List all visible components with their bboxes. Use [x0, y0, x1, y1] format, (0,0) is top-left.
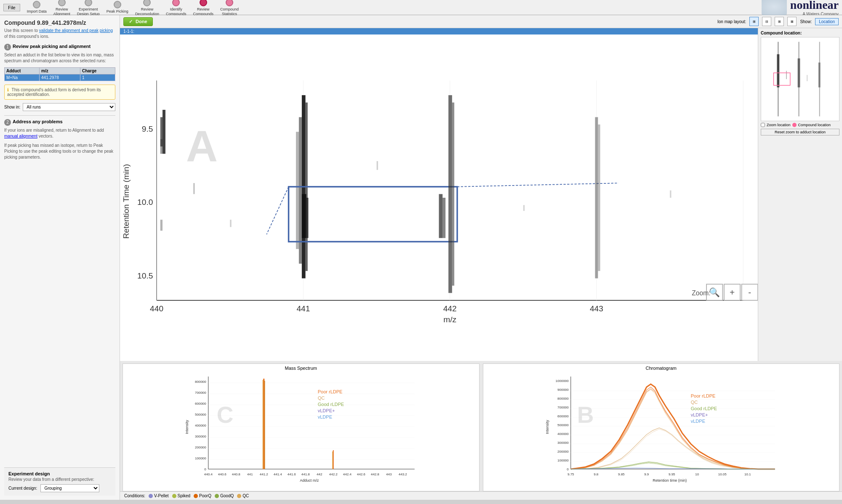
svg-rect-29 — [442, 198, 445, 238]
step-review-deconv[interactable]: ReviewDeconvolution — [135, 0, 159, 16]
design-select[interactable]: Grouping — [40, 484, 99, 492]
svg-text:+: + — [730, 287, 735, 297]
svg-rect-19 — [160, 139, 163, 154]
svg-text:442.8: 442.8 — [371, 472, 380, 476]
svg-rect-53 — [777, 54, 779, 88]
condition-label-vpellet: V-Pellet — [154, 493, 168, 498]
svg-rect-56 — [786, 71, 787, 79]
condition-dot-poorq — [194, 494, 198, 498]
show-label: Show: — [800, 19, 812, 24]
zoom-location-label: Zoom location — [767, 123, 791, 127]
step-compound-stats[interactable]: CompoundStatistics — [220, 0, 239, 16]
svg-rect-24 — [296, 132, 299, 249]
layout-btn-1[interactable]: ⊞ — [749, 17, 759, 26]
svg-text:441.2: 441.2 — [260, 472, 269, 476]
svg-rect-20 — [160, 220, 163, 231]
done-button[interactable]: ✓ Done — [123, 17, 153, 26]
step-review-compounds[interactable]: ReviewCompounds — [193, 0, 213, 16]
reset-zoom-button[interactable]: Reset zoom to adduct location — [761, 129, 839, 135]
svg-rect-35 — [598, 125, 600, 271]
ion-map-main[interactable]: 440 441 442 443 m/z 9.5 10.0 — [120, 34, 758, 361]
top-bar: File Import Data ReviewAlignment Experim… — [0, 0, 842, 15]
info-box: ℹ This compound's adduct form is derived… — [4, 85, 115, 100]
svg-text:10.5: 10.5 — [137, 271, 153, 280]
svg-text:10.1: 10.1 — [744, 472, 751, 476]
svg-rect-39 — [523, 205, 525, 211]
alignment-link[interactable]: validate the alignment and peak — [39, 28, 99, 33]
exp-design-title: Experiment design — [8, 471, 111, 476]
svg-rect-57 — [807, 75, 807, 81]
condition-qc: QC — [237, 493, 249, 498]
svg-text:QC: QC — [318, 395, 325, 401]
svg-text:300000: 300000 — [195, 435, 206, 438]
mz-col-header: m/z — [40, 68, 80, 74]
zoom-row: Zoom location Compound location — [761, 123, 839, 127]
condition-vpellet: V-Pellet — [149, 493, 168, 498]
exp-design-desc: Review your data from a different perspe… — [8, 477, 111, 482]
layout-btn-2[interactable]: ⊟ — [762, 17, 771, 26]
layout-btn-4[interactable]: ⊠ — [787, 17, 797, 26]
svg-text:vLDPE: vLDPE — [690, 419, 705, 424]
ion-map-header: 1-1-1: — [120, 28, 758, 34]
svg-text:Poor rLDPE: Poor rLDPE — [318, 389, 343, 394]
svg-text:800000: 800000 — [557, 397, 569, 401]
adduct-row[interactable]: M+Na 441.2978 1 — [5, 74, 115, 81]
show-in-row: Show in: All runs Selected runs — [4, 103, 115, 111]
svg-text:441.6: 441.6 — [288, 472, 296, 476]
svg-text:9.85: 9.85 — [618, 472, 624, 476]
step-identify-compounds[interactable]: IdentifyCompounds — [166, 0, 187, 16]
step-import-data[interactable]: Import Data — [27, 1, 47, 14]
compound-location-title: Compound location: — [761, 31, 839, 35]
workflow-steps: Import Data ReviewAlignment ExperimentDe… — [27, 0, 755, 16]
chromatogram-svg: 0 100000 200000 300000 400000 500000 600… — [483, 372, 839, 490]
chromatogram-container: Chromatogram 0 100000 200000 300000 — [483, 363, 840, 491]
svg-text:441.8: 441.8 — [301, 472, 310, 476]
step-dot-expdesign — [85, 0, 92, 6]
adduct-charge: 1 — [80, 74, 115, 81]
manual-alignment-link[interactable]: manual alignment — [4, 134, 37, 138]
show-in-select[interactable]: All runs Selected runs — [23, 103, 115, 111]
svg-text:vLDPE: vLDPE — [318, 414, 332, 419]
svg-text:9.5: 9.5 — [142, 125, 153, 133]
conditions-label: Conditions: — [124, 493, 145, 498]
svg-text:A: A — [186, 121, 218, 170]
svg-rect-107 — [543, 372, 779, 490]
step-review-alignment[interactable]: ReviewAlignment — [53, 0, 70, 16]
step-dot-peak — [114, 1, 121, 8]
svg-text:10.0: 10.0 — [137, 198, 153, 207]
condition-goodq: GoodQ — [215, 493, 234, 498]
svg-rect-32 — [448, 95, 452, 293]
svg-rect-27 — [306, 198, 309, 238]
svg-rect-28 — [439, 194, 443, 238]
step-label-peak: Peak Picking — [107, 9, 128, 14]
compound-location-map — [761, 37, 839, 121]
step-1-num: 1 — [4, 44, 11, 50]
svg-text:440.8: 440.8 — [232, 472, 241, 476]
picking-link[interactable]: picking — [100, 28, 113, 33]
step-experiment-design[interactable]: ExperimentDesign Setup — [77, 0, 100, 16]
zoom-location-checkbox[interactable] — [761, 123, 765, 127]
step-peak-picking[interactable]: Peak Picking — [107, 1, 128, 14]
adduct-table: Adduct m/z Charge M+Na 441.2978 1 — [4, 67, 115, 81]
svg-text:🔍: 🔍 — [709, 287, 720, 298]
svg-text:0: 0 — [567, 467, 569, 471]
step-label-import: Import Data — [27, 9, 47, 14]
compound-title: Compound 9.89_441.2978m/z — [4, 19, 115, 26]
svg-text:9.8: 9.8 — [594, 472, 599, 476]
charge-col-header: Charge — [80, 68, 115, 74]
location-button[interactable]: Location — [815, 18, 839, 25]
svg-rect-38 — [376, 161, 378, 170]
left-panel: Compound 9.89_441.2978m/z Use this scree… — [0, 15, 120, 500]
svg-text:vLDPE+: vLDPE+ — [690, 412, 708, 417]
done-label: Done — [136, 19, 147, 24]
svg-text:0: 0 — [204, 467, 206, 471]
condition-poorq: PoorQ — [194, 493, 211, 498]
condition-dot-qc — [237, 494, 241, 498]
mass-spectrum-svg: 0 100000 200000 300000 400000 500000 600… — [123, 372, 479, 490]
svg-text:400000: 400000 — [557, 432, 569, 436]
svg-text:440: 440 — [150, 304, 163, 313]
svg-text:100000: 100000 — [557, 459, 569, 462]
layout-btn-3[interactable]: ⊞ — [775, 17, 784, 26]
file-button[interactable]: File — [3, 4, 20, 11]
svg-text:700000: 700000 — [557, 406, 569, 409]
